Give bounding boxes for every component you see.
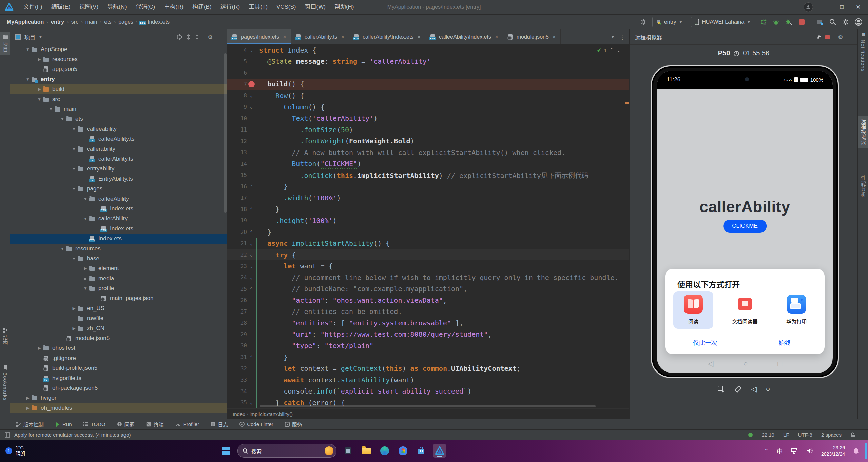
code-line[interactable]: 9⌄ Column() { [227,101,630,113]
dialog-app-option[interactable]: 华为打印 [776,291,816,329]
taskbar-app-edge[interactable] [378,444,391,458]
expanded-chevron-icon[interactable]: ▼ [71,127,77,132]
tool-tab-structure[interactable]: 结构 [0,328,10,346]
expanded-chevron-icon[interactable]: ▼ [24,77,31,82]
taskbar-search[interactable]: 搜索 [237,444,336,458]
breakpoint-icon[interactable] [248,81,255,87]
taskbar-app-deveco[interactable] [433,444,446,458]
tool-button-terminal[interactable]: 终端 [146,421,164,428]
layout-toggle-icon[interactable] [5,432,10,438]
tree-row[interactable]: rawfile [10,314,227,323]
tree-row[interactable]: ▼base [10,254,227,263]
just-once-button[interactable]: 仅此一次 [665,338,745,347]
fold-toggle-icon[interactable]: ⌄ [247,275,256,280]
menu-item[interactable]: 窗口(W) [301,0,330,14]
code-line[interactable]: 34 console.info(`explicit start ability … [227,385,630,397]
start-button[interactable] [219,444,233,458]
next-issue-chevron-icon[interactable]: ⌄ [616,47,621,53]
fold-toggle-icon[interactable]: ⌄ [247,47,256,53]
breadcrumb-item[interactable]: src [70,18,80,26]
code-line[interactable]: 23⌄ let want = { [227,260,630,272]
taskbar-app-taskview[interactable] [341,444,355,458]
code-line[interactable]: 24⌄ // uncomment line below if wish to i… [227,272,630,283]
tree-row[interactable]: ETSIndex.ets [10,234,227,243]
taskbar-weather-widget[interactable]: 1 1°C 晴朗 [0,445,107,457]
screenshot-icon[interactable] [717,385,725,393]
taskbar-app-store[interactable] [414,444,428,458]
menu-item[interactable]: 导航(N) [103,0,131,14]
tool-tab-profiler[interactable]: 性能分析 [858,175,868,197]
network-icon[interactable] [791,448,798,454]
code-line[interactable]: 8⌄ Row() { [227,90,630,101]
collapsed-chevron-icon[interactable]: ▶ [82,266,89,271]
code-line[interactable]: 32 let context = getContext(this) as com… [227,363,630,374]
editor-tab[interactable]: ETScalleeAbility\Index.ets✕ [425,29,503,44]
tab-close-icon[interactable]: ✕ [552,34,556,40]
emulator-settings-gear-icon[interactable]: ⚙ [836,33,845,41]
code-line[interactable]: 29 "uri": "https://www.test.com:8080/que… [227,329,630,340]
tool-tab-project[interactable]: 项目 [0,32,10,55]
stop-emulator-icon[interactable] [823,33,832,41]
tree-row[interactable]: build-profile.json5 [10,363,227,373]
tab-options-kebab-icon[interactable]: ⋮ [619,33,625,41]
project-tree-scrollbar[interactable] [224,53,227,213]
code-line[interactable]: 6 [227,67,630,79]
collapsed-chevron-icon[interactable]: ▶ [24,396,31,400]
expanded-chevron-icon[interactable]: ▼ [59,117,66,121]
always-button[interactable]: 始终 [745,338,825,347]
code-line[interactable]: 31⌃ } [227,351,630,363]
collapsed-chevron-icon[interactable]: ▶ [36,87,43,92]
nav-back-icon[interactable]: ◁ [708,359,713,368]
profiler-tool-icon[interactable] [816,18,824,26]
code-line[interactable]: 18⌃ } [227,204,630,215]
project-panel-title[interactable]: 项目 [24,33,35,41]
tree-row[interactable]: ▼entry [10,74,227,84]
tree-row[interactable]: main_pages.json [10,294,227,303]
tree-row[interactable]: .gitignore [10,353,227,363]
code-editor[interactable]: 4⌄struct Index {5 @State message: string… [227,44,630,408]
code-line[interactable]: 27 // entities can be omitted. [227,306,630,318]
tree-row[interactable]: ▼src [10,94,227,104]
tab-close-icon[interactable]: ✕ [341,34,345,40]
menu-item[interactable]: 构建(B) [188,0,216,14]
collapsed-chevron-icon[interactable]: ▶ [36,57,43,62]
tool-button-alert[interactable]: 问题 [117,421,135,428]
tree-row[interactable]: ▶media [10,274,227,283]
tree-row[interactable]: ▶hvigor [10,393,227,403]
code-line[interactable]: 7⌄ build() { [227,79,630,90]
pin-icon[interactable] [814,33,823,41]
profile-avatar-icon[interactable] [854,18,863,26]
tree-row[interactable]: ▶oh_modules [10,403,227,413]
tree-row[interactable]: ▼main [10,104,227,114]
tree-row[interactable]: TScallerAbility.ts [10,154,227,164]
menu-item[interactable]: 运行(R) [216,0,245,14]
phone-screen[interactable]: 11:26 ‹···› ! 100% callerAbility CLICKME… [657,71,833,373]
horizontal-scrollbar[interactable] [260,405,596,407]
expand-all-icon[interactable] [184,33,193,41]
tree-row[interactable]: ▶build [10,84,227,94]
fold-toggle-icon[interactable]: ⌃ [247,286,256,292]
taskbar-app-browser[interactable] [396,444,410,458]
fold-toggle-icon[interactable]: ⌃ [247,229,256,235]
code-line[interactable]: 10 Text('callerAbility') [227,113,630,124]
menu-item[interactable]: 重构(R) [159,0,188,14]
code-line[interactable]: 11 .fontSize(50) [227,124,630,136]
tree-row[interactable]: ETSIndex.ets [10,204,227,214]
search-everywhere-icon[interactable] [829,18,837,26]
tab-close-icon[interactable]: ✕ [283,34,287,40]
dialog-app-option[interactable]: 文档阅读器 [725,291,765,329]
attach-debugger-button[interactable] [785,18,793,26]
emu-home-icon[interactable]: ○ [766,385,770,394]
expanded-chevron-icon[interactable]: ▼ [71,256,77,261]
code-line[interactable]: 21⌄ async implicitStartAbility() { [227,238,630,249]
tree-row[interactable]: ▼calleeability [10,124,227,134]
breadcrumb-method[interactable]: implicitStartAbility() [249,411,293,417]
expanded-chevron-icon[interactable]: ▼ [36,97,43,102]
breadcrumb-item[interactable]: main [84,18,99,26]
volume-icon[interactable] [806,448,813,454]
code-line[interactable]: 12 .fontWeight(FontWeight.Bold) [227,135,630,147]
code-line[interactable]: 26 "action": "ohos.want.action.viewData"… [227,295,630,306]
code-line[interactable]: 15 .onClick(this.implicitStartAbility) /… [227,169,630,181]
code-line[interactable]: 33 await context.startAbility(want) [227,374,630,386]
tree-row[interactable]: module.json5 [10,333,227,343]
